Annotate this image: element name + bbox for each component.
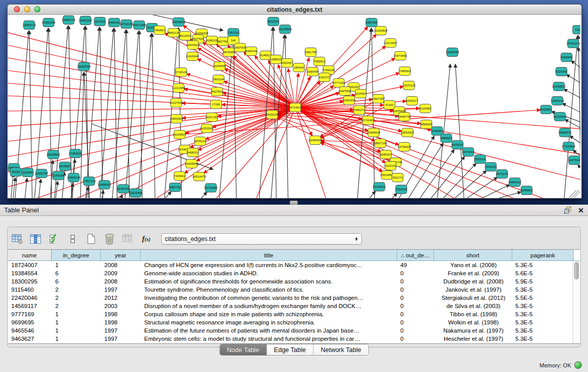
network-node[interactable]: 22420046 <box>186 52 199 61</box>
network-node[interactable]: 9329966 <box>561 53 573 62</box>
network-node[interactable]: 1921072 <box>319 73 331 82</box>
network-node[interactable]: 9084067 <box>380 150 392 159</box>
network-node[interactable]: 10958187 <box>98 181 111 189</box>
network-node[interactable]: 9227342 <box>556 68 568 76</box>
table-scrollbar[interactable] <box>573 261 580 343</box>
network-node[interactable]: 8454749 <box>246 47 257 56</box>
network-node[interactable]: 7955812 <box>314 57 325 66</box>
new-table-icon[interactable] <box>84 233 98 245</box>
network-node[interactable]: 10973493 <box>394 52 407 60</box>
memory-status-button[interactable] <box>574 361 582 369</box>
network-node[interactable]: 9245652 <box>521 186 533 195</box>
table-row[interactable]: 946554611997Estimation of the future num… <box>8 326 573 335</box>
network-node[interactable]: 1115686 <box>22 168 33 177</box>
table-row[interactable]: 1456911722003Disruption of a novel membe… <box>8 302 573 310</box>
network-node[interactable]: 8427552 <box>211 87 223 96</box>
network-node[interactable]: 18107554 <box>169 99 183 107</box>
network-node[interactable]: 17359924 <box>69 149 82 158</box>
network-graph[interactable]: 1405572422691406268931741065328715276026… <box>8 15 580 198</box>
network-node[interactable]: 20206596 <box>47 150 60 159</box>
network-node[interactable]: 13505135 <box>67 173 80 182</box>
network-node[interactable]: 18300295 <box>266 111 279 119</box>
network-node[interactable]: 9777169 <box>333 79 345 87</box>
network-node[interactable]: 16210643 <box>553 113 567 121</box>
network-node[interactable]: 15716485 <box>204 184 217 192</box>
network-node[interactable]: 5878314 <box>194 137 206 146</box>
network-node[interactable]: 16136141 <box>373 183 386 191</box>
network-node[interactable]: 8215953 <box>540 105 552 114</box>
delete-table-icon[interactable] <box>103 233 116 245</box>
network-node[interactable]: 10688609 <box>367 128 380 137</box>
table-row[interactable]: 1872400712008Changes of HCN gene express… <box>8 261 573 269</box>
network-node[interactable]: 17016504 <box>562 142 576 151</box>
network-node[interactable]: 8471676 <box>496 170 508 179</box>
network-node[interactable]: 952274 <box>392 173 403 182</box>
network-node[interactable]: 1107534 <box>569 156 580 165</box>
network-node[interactable]: 7533426 <box>396 185 407 194</box>
network-window-titlebar[interactable]: citations_edges.txt <box>8 5 581 15</box>
network-node[interactable]: 1145194 <box>53 171 64 180</box>
network-node[interactable]: 22691406 <box>42 18 55 27</box>
column-header-year[interactable]: year <box>101 250 141 260</box>
network-node[interactable]: 19384554 <box>309 136 322 145</box>
network-node[interactable]: 8958923 <box>441 134 452 143</box>
network-node[interactable]: 17957223 <box>82 177 96 186</box>
table-row[interactable]: 2242004622012Investigating the contribut… <box>8 294 573 302</box>
network-node[interactable]: 19166827 <box>173 130 186 139</box>
network-node[interactable]: 39159 <box>10 168 21 177</box>
network-node[interactable]: 2803144 <box>213 75 225 84</box>
network-node[interactable]: 2933114 <box>474 155 486 164</box>
network-node[interactable]: 6466161 <box>108 18 120 27</box>
network-node[interactable]: 1990448 <box>307 68 319 76</box>
close-panel-icon[interactable]: ✕ <box>578 207 584 214</box>
network-node[interactable]: 2718126 <box>176 68 187 77</box>
float-panel-icon[interactable] <box>564 206 572 214</box>
network-node[interactable]: 20364436 <box>342 96 356 105</box>
network-node[interactable]: 7485063 <box>399 67 411 76</box>
network-node[interactable]: 7425402 <box>174 172 186 181</box>
panel-splitter-grip[interactable] <box>290 201 298 205</box>
network-node[interactable]: 9857791 <box>169 183 181 192</box>
network-node[interactable]: 7932621 <box>485 163 497 171</box>
network-node[interactable]: 10654112 <box>508 178 521 187</box>
network-node[interactable]: 14055724 <box>23 21 36 30</box>
network-node[interactable]: 6497568 <box>339 87 351 96</box>
network-node[interactable]: 9498222 <box>187 148 199 157</box>
network-node[interactable]: 7486372 <box>354 106 365 115</box>
tab-edge-table[interactable]: Edge Table <box>266 344 313 355</box>
network-node[interactable]: 9899695 <box>421 120 432 129</box>
network-node[interactable]: 1211 <box>573 26 580 34</box>
show-columns-icon[interactable] <box>29 233 42 245</box>
close-window-icon[interactable] <box>14 6 20 12</box>
network-node[interactable]: 12942757 <box>35 169 48 178</box>
table-row[interactable]: 977716911998Corpus callosum shape and si… <box>8 310 573 318</box>
network-node[interactable]: 19654923 <box>401 128 414 137</box>
network-node[interactable]: 10807487 <box>372 95 385 103</box>
function-builder-icon[interactable]: f(x) <box>140 233 153 245</box>
table-row[interactable]: 1938455462009Genome-wide association stu… <box>8 269 573 277</box>
network-node[interactable]: 19524851 <box>380 171 394 180</box>
network-node[interactable]: 16543912 <box>186 41 200 50</box>
network-node[interactable]: 19654905 <box>170 115 183 123</box>
network-node[interactable]: 12213967 <box>384 39 397 48</box>
network-node[interactable]: 16914479 <box>192 172 206 181</box>
network-node[interactable]: 1527602 <box>94 17 106 26</box>
network-node[interactable]: 12444134 <box>551 97 564 105</box>
network-node[interactable]: 15720407 <box>361 116 375 125</box>
network-node[interactable]: 1624554 <box>355 90 367 98</box>
network-node[interactable]: 186409 <box>293 63 304 72</box>
network-node[interactable]: 16782759 <box>117 185 130 193</box>
network-node[interactable]: 15751074 <box>567 39 580 48</box>
table-row[interactable]: 911546021997Tourette syndrome. Phenomeno… <box>8 286 573 294</box>
network-node[interactable]: 6961758 <box>305 48 317 57</box>
network-node[interactable]: 14353504 <box>200 124 214 133</box>
network-node[interactable]: 12213389 <box>172 84 185 93</box>
network-node[interactable]: 1588520 <box>270 55 282 64</box>
network-node[interactable]: 8267150 <box>206 113 218 122</box>
network-node[interactable]: 9463627 <box>406 97 418 105</box>
network-node[interactable]: 1615152 <box>385 162 397 170</box>
network-node[interactable]: 62160 <box>384 101 395 110</box>
network-node[interactable]: 6522057 <box>281 59 293 68</box>
column-header-in_degree[interactable]: in_degree <box>52 250 101 260</box>
network-node[interactable]: 19218506 <box>278 25 292 34</box>
